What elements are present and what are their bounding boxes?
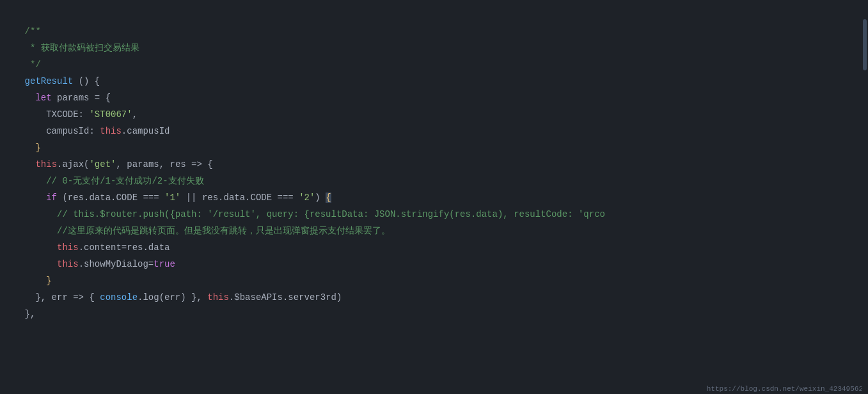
code-line: */ bbox=[0, 56, 868, 73]
status-url: https://blog.csdn.net/weixin_42349562 bbox=[707, 385, 863, 393]
code-line: // 0-无支付/1-支付成功/2-支付失败 bbox=[0, 173, 868, 189]
code-line: if (res.data.CODE === '1' || res.data.CO… bbox=[0, 189, 868, 206]
line-content: if (res.data.CODE === '1' || res.data.CO… bbox=[0, 190, 331, 205]
line-content: // 0-无支付/1-支付成功/2-支付失败 bbox=[0, 173, 204, 189]
code-line: //这里原来的代码是跳转页面。但是我没有跳转，只是出现弹窗提示支付结果罢了。 bbox=[0, 223, 868, 239]
scrollbar[interactable] bbox=[862, 0, 868, 394]
line-content: //这里原来的代码是跳转页面。但是我没有跳转，只是出现弹窗提示支付结果罢了。 bbox=[0, 223, 390, 239]
line-content bbox=[0, 7, 8, 22]
line-content: this.content=res.data bbox=[0, 240, 170, 255]
line-content: let params = { bbox=[0, 90, 111, 106]
line-content: * 获取付款码被扫交易结果 bbox=[0, 40, 139, 56]
code-line: }, bbox=[0, 306, 868, 322]
code-line: /** bbox=[0, 23, 868, 40]
line-content: campusId: this.campusId bbox=[0, 123, 170, 139]
code-line: this.showMyDialog=true bbox=[0, 256, 868, 272]
code-line: this.ajax('get', params, res => { bbox=[0, 156, 868, 173]
code-line: getResult () { bbox=[0, 73, 868, 90]
line-content: }, bbox=[0, 306, 35, 322]
scrollbar-thumb[interactable] bbox=[863, 19, 867, 70]
code-line: }, err => { console.log(err) }, this.$ba… bbox=[0, 289, 868, 306]
line-content: // this.$router.push({path: '/result', q… bbox=[0, 207, 605, 222]
code-line: TXCODE: 'ST0067', bbox=[0, 106, 868, 123]
code-line: this.content=res.data bbox=[0, 239, 868, 256]
code-content: /** * 获取付款码被扫交易结果 */ getResult () { let … bbox=[0, 6, 868, 322]
status-bar: https://blog.csdn.net/weixin_42349562 bbox=[702, 384, 868, 394]
code-line: // this.$router.push({path: '/result', q… bbox=[0, 206, 868, 223]
code-line: * 获取付款码被扫交易结果 bbox=[0, 40, 868, 56]
line-content: getResult () { bbox=[0, 74, 100, 89]
line-content: /** bbox=[0, 24, 41, 39]
line-content: } bbox=[0, 273, 52, 288]
code-line bbox=[0, 6, 868, 23]
line-content: this.ajax('get', params, res => { bbox=[0, 157, 213, 172]
line-content: */ bbox=[0, 57, 41, 72]
line-content: }, err => { console.log(err) }, this.$ba… bbox=[0, 290, 342, 305]
line-content: } bbox=[0, 140, 41, 155]
code-line: let params = { bbox=[0, 90, 868, 106]
code-line: } bbox=[0, 139, 868, 156]
line-content: TXCODE: 'ST0067', bbox=[0, 107, 138, 122]
code-line: campusId: this.campusId bbox=[0, 123, 868, 139]
line-content: this.showMyDialog=true bbox=[0, 256, 175, 272]
code-editor: /** * 获取付款码被扫交易结果 */ getResult () { let … bbox=[0, 0, 868, 394]
code-line: } bbox=[0, 272, 868, 289]
